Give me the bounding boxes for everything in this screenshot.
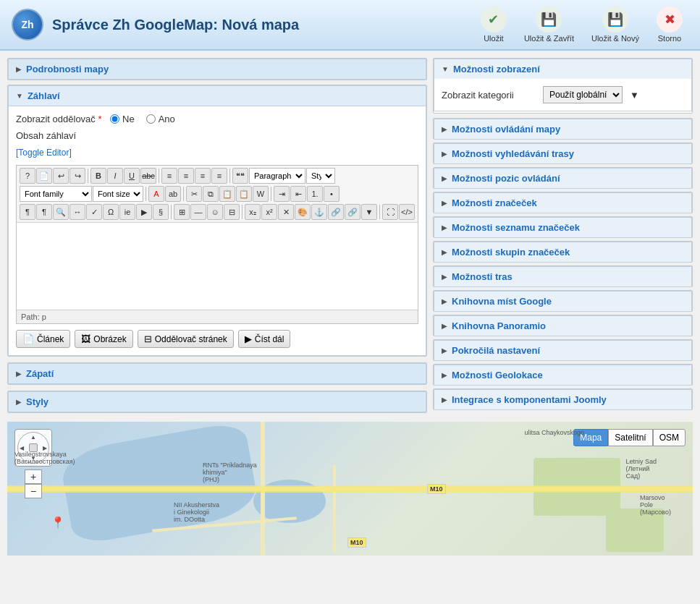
right-section-header-9[interactable]: ▶ Pokročilá nastavení — [434, 340, 692, 361]
unlink-btn[interactable]: 🔗 — [345, 204, 360, 220]
indent-btn[interactable]: ⇥ — [274, 186, 290, 202]
ol-btn[interactable]: 1. — [307, 186, 323, 202]
map-type-satellite[interactable]: Satelitní — [608, 429, 652, 446]
align-justify-btn[interactable]: ≡ — [211, 168, 227, 184]
article-btn[interactable]: 📄 Článek — [16, 330, 70, 348]
styles-header[interactable]: ▶ Styly — [8, 391, 426, 412]
nav-up[interactable]: ▲ — [30, 434, 36, 441]
save-close-button[interactable]: 💾 Uložit & Zavřít — [518, 4, 580, 46]
find-btn[interactable]: 🔍 — [53, 204, 69, 220]
footer-header[interactable]: ▶ Zápatí — [8, 363, 426, 384]
paste-text-btn[interactable]: 📋 — [236, 186, 252, 202]
pagebreak-btn[interactable]: ⊟ — [224, 204, 240, 220]
image-icon: 🖼 — [81, 333, 90, 344]
details-header[interactable]: ▶ Podrobnosti mapy — [8, 59, 426, 80]
style2-btn[interactable]: § — [153, 204, 169, 220]
smiley-btn[interactable]: ☺ — [207, 204, 223, 220]
cut-btn[interactable]: ✂ — [186, 186, 202, 202]
right-section-header-7[interactable]: ▶ Knihovna míst Google — [434, 291, 692, 312]
right-section-header-11[interactable]: ▶ Integrace s komponentami Joomly — [434, 389, 692, 410]
details-title: Podrobnosti mapy — [26, 64, 109, 75]
right-section-11: ▶ Integrace s komponentami Joomly — [433, 388, 693, 410]
sep3 — [229, 169, 230, 183]
editor-container: ? 📄 ↩ ↪ B I U abc — [16, 165, 418, 324]
superscript-btn[interactable]: x² — [261, 204, 277, 220]
paste-btn[interactable]: 📋 — [219, 186, 235, 202]
italic-btn[interactable]: I — [107, 168, 123, 184]
pagebreak-btn2[interactable]: ⊟ Oddělovač stránek — [138, 330, 234, 348]
radio-no[interactable]: Ne — [110, 114, 135, 124]
font-color-btn[interactable]: A — [148, 186, 164, 202]
right-section-header-2[interactable]: ▶ Možnosti pozic ovládání — [434, 168, 692, 189]
ul-btn[interactable]: • — [324, 186, 340, 202]
strikethrough-btn[interactable]: abc — [140, 168, 156, 184]
radio-yes[interactable]: Ano — [146, 114, 175, 124]
spell-btn[interactable]: ✓ — [86, 204, 102, 220]
map-type-osm[interactable]: OSM — [653, 429, 686, 446]
underline-btn[interactable]: U — [124, 168, 140, 184]
sep1 — [88, 169, 88, 183]
show-invisible-btn[interactable]: ¶ — [36, 204, 52, 220]
zoom-in-btn[interactable]: + — [25, 469, 42, 484]
source-btn[interactable]: </> — [399, 204, 415, 220]
cancel-button[interactable]: ✖ Storno — [651, 4, 688, 46]
new-doc-btn[interactable]: 📄 — [36, 168, 52, 184]
special-char-btn[interactable]: Ω — [103, 204, 119, 220]
display-options-arrow: ▼ — [442, 65, 449, 73]
show-category-select[interactable]: Použít globální — [543, 86, 623, 103]
right-section-header-8[interactable]: ▶ Knihovna Panoramio — [434, 315, 692, 336]
undo-btn[interactable]: ↩ — [53, 168, 69, 184]
outdent-btn[interactable]: ⇤ — [290, 186, 306, 202]
content-label: Obsah záhlaví — [16, 130, 103, 141]
align-left-btn[interactable]: ≡ — [161, 168, 177, 184]
toggle-editor-link[interactable]: [Toggle Editor] — [16, 147, 418, 161]
right-section-header-1[interactable]: ▶ Možnosti vyhledávání trasy — [434, 143, 692, 164]
right-section-header-3[interactable]: ▶ Možnosti značeček — [434, 192, 692, 213]
more-btn[interactable]: ▼ — [361, 204, 377, 220]
right-section-header-4[interactable]: ▶ Možnosti seznamu značeček — [434, 217, 692, 238]
colorpicker-btn[interactable]: 🎨 — [295, 204, 311, 220]
blockquote-btn[interactable]: ❝❝ — [232, 168, 248, 184]
align-center-btn[interactable]: ≡ — [178, 168, 194, 184]
iespell-btn[interactable]: ie — [119, 204, 135, 220]
right-section-header-6[interactable]: ▶ Možnosti tras — [434, 266, 692, 287]
removeformat-btn[interactable]: ✕ — [278, 204, 294, 220]
redo-btn[interactable]: ↪ — [69, 168, 85, 184]
editor-area[interactable] — [17, 223, 418, 310]
link-btn[interactable]: 🔗 — [328, 204, 344, 220]
readmore-btn[interactable]: ▶ Číst dál — [238, 330, 291, 348]
image-btn[interactable]: 🖼 Obrázek — [75, 330, 132, 348]
right-section-header-0[interactable]: ▶ Možnosti ovládání mapy — [434, 119, 692, 140]
table-btn[interactable]: ⊞ — [174, 204, 190, 220]
highlight-btn[interactable]: ab — [165, 186, 181, 202]
hr-btn[interactable]: — — [190, 204, 206, 220]
show-category-dropdown-arrow[interactable]: ▼ — [630, 90, 639, 101]
app-title: Správce Zh GoogleMap: Nová mapa — [52, 17, 299, 33]
cancel-icon: ✖ — [657, 7, 683, 33]
bold-btn[interactable]: B — [90, 168, 106, 184]
help-btn[interactable]: ? — [20, 168, 35, 184]
map-label-2: NII Akusherstvai Ginekologiiim. DOotta — [174, 501, 219, 523]
right-section-header-10[interactable]: ▶ Možnosti Geolokace — [434, 365, 692, 386]
font-family-select[interactable]: Font family — [20, 186, 92, 202]
map-label-1: RNTs "Prikladnayakhimiya"(PHJ) — [203, 461, 257, 483]
right-section-arrow-4: ▶ — [442, 224, 447, 231]
style-select[interactable]: Styl — [306, 168, 335, 184]
zoom-out-btn[interactable]: − — [25, 484, 42, 498]
subscript-btn[interactable]: x₂ — [245, 204, 261, 220]
right-section-header-5[interactable]: ▶ Možnosti skupin značeček — [434, 242, 692, 263]
font-size-select[interactable]: Font size — [93, 186, 143, 202]
copy-btn[interactable]: ⧉ — [203, 186, 219, 202]
save-button[interactable]: ✔ Uložit — [475, 4, 513, 46]
zahlavi-header[interactable]: ▼ Záhlaví — [8, 85, 426, 106]
show-blocks-btn[interactable]: ¶ — [20, 204, 35, 220]
anchor-btn[interactable]: ⚓ — [311, 204, 327, 220]
align-right-btn[interactable]: ≡ — [195, 168, 211, 184]
paste-word-btn[interactable]: W — [253, 186, 269, 202]
paragraph-select[interactable]: Paragraph — [249, 168, 305, 184]
save-new-button[interactable]: 💾 Uložit & Nový — [586, 4, 645, 46]
replace-btn[interactable]: ↔ — [69, 204, 85, 220]
maximize-btn[interactable]: ⛶ — [382, 204, 398, 220]
media-btn[interactable]: ▶ — [136, 204, 152, 220]
display-options-header[interactable]: ▼ Možnosti zobrazení — [434, 59, 692, 80]
